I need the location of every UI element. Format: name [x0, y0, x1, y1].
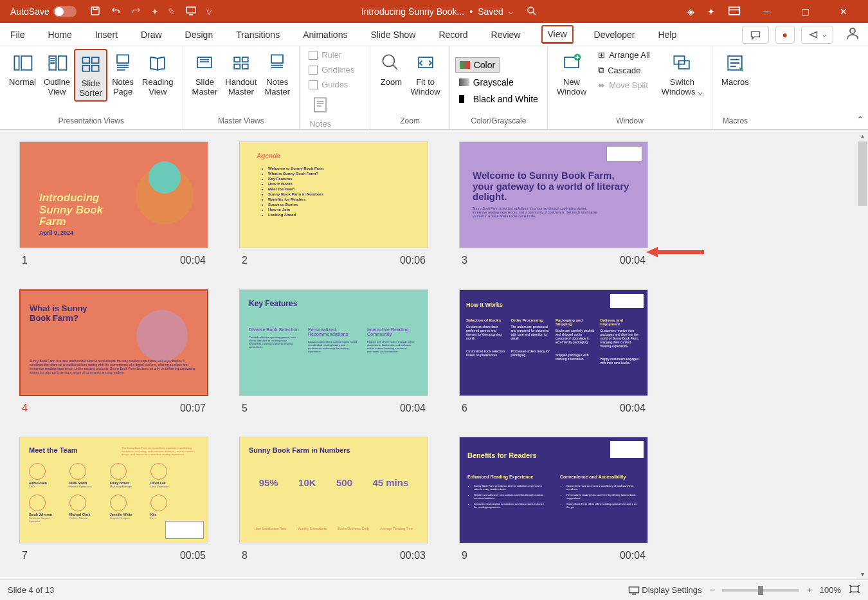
- svg-rect-19: [271, 55, 283, 63]
- zoom-level[interactable]: 100%: [820, 585, 841, 595]
- normal-view-button[interactable]: Normal: [5, 49, 40, 89]
- svg-rect-8: [58, 56, 66, 70]
- slide-thumbnail[interactable]: Introducing Sunny Book Farm April 9, 202…: [19, 141, 208, 270]
- slide-timing: 00:07: [180, 403, 206, 414]
- document-title[interactable]: Introducing Sunny Book...: [361, 6, 464, 17]
- undo-icon[interactable]: [110, 5, 122, 19]
- slide-thumbnail[interactable]: Key Features Diverse Book SelectionCurat…: [239, 289, 428, 418]
- diamond-icon[interactable]: ◈: [687, 6, 694, 17]
- scroll-down-icon[interactable]: ▾: [856, 568, 868, 579]
- macros-button[interactable]: Macros: [718, 49, 753, 89]
- tab-slideshow[interactable]: Slide Show: [368, 26, 418, 44]
- reading-view-button[interactable]: Reading View: [138, 49, 177, 99]
- tab-view[interactable]: View: [541, 25, 574, 44]
- slide-thumbnail[interactable]: Agenda Welcome to Sunny Book FarmWhat is…: [239, 141, 428, 270]
- slide-thumbnail[interactable]: Meet the Team The Sunny Book Farm team c…: [19, 437, 208, 565]
- redo-icon[interactable]: [131, 5, 142, 19]
- slide-thumbnail[interactable]: Sunny Book Farm in Numbers 95%10K50045 m…: [239, 437, 428, 565]
- fit-slide-button[interactable]: [849, 584, 860, 596]
- svg-rect-10: [92, 57, 99, 63]
- save-icon[interactable]: [89, 5, 101, 19]
- slide-counter[interactable]: Slide 4 of 13: [8, 585, 54, 595]
- tab-insert[interactable]: Insert: [93, 26, 120, 44]
- notes-page-button[interactable]: Notes Page: [107, 49, 138, 99]
- tab-design[interactable]: Design: [183, 26, 216, 44]
- pen-icon[interactable]: ✎: [168, 6, 176, 17]
- svg-rect-12: [92, 66, 99, 71]
- zoom-slider[interactable]: [722, 589, 799, 592]
- slide-thumbnail[interactable]: Welcome to Sunny Book Farm, your gateway…: [459, 141, 648, 270]
- fit-to-window-button[interactable]: Fit to Window: [406, 49, 444, 99]
- display-settings-button[interactable]: Display Settings: [628, 585, 702, 595]
- slide-number: 6: [462, 403, 467, 414]
- tab-help[interactable]: Help: [655, 26, 679, 44]
- tab-file[interactable]: File: [8, 26, 28, 44]
- window-layout-icon[interactable]: [728, 6, 741, 18]
- tab-transitions[interactable]: Transitions: [233, 26, 282, 44]
- slide-number: 3: [462, 255, 467, 266]
- slide-master-button[interactable]: Slide Master: [188, 49, 222, 99]
- slide-sorter-view[interactable]: Introducing Sunny Book Farm April 9, 202…: [0, 130, 868, 577]
- autosave-switch[interactable]: [53, 6, 77, 17]
- ruler-checkbox: Ruler: [305, 49, 345, 61]
- save-status[interactable]: Saved: [478, 6, 503, 17]
- zoom-in-button[interactable]: +: [807, 585, 812, 595]
- slide-number: 1: [22, 255, 28, 266]
- magic-icon[interactable]: ✦: [707, 6, 715, 17]
- slide-timing: 00:04: [620, 403, 646, 414]
- minimize-button[interactable]: ─: [754, 0, 779, 23]
- bw-mode-button[interactable]: Black and White: [455, 92, 542, 106]
- slide-timing: 00:04: [400, 403, 426, 414]
- record-button[interactable]: ●: [775, 26, 795, 44]
- tab-home[interactable]: Home: [46, 26, 75, 44]
- vertical-scrollbar[interactable]: ▴ ▾: [856, 130, 868, 579]
- svg-rect-5: [14, 56, 19, 70]
- slide-thumbnail[interactable]: What is Sunny Book Farm? Sunny Book Farm…: [19, 289, 208, 418]
- tab-review[interactable]: Review: [489, 26, 523, 44]
- svg-rect-1: [186, 7, 195, 13]
- slide-timing: 00:03: [400, 550, 426, 561]
- svg-rect-28: [629, 587, 638, 593]
- tab-developer[interactable]: Developer: [592, 26, 638, 44]
- svg-rect-17: [234, 64, 240, 69]
- comments-button[interactable]: [742, 26, 769, 44]
- slide-thumbnail[interactable]: Benefits for Readers Enhanced Reading Ex…: [459, 437, 648, 565]
- collapse-ribbon-icon[interactable]: ⌃: [856, 114, 864, 125]
- zoom-button[interactable]: Zoom: [375, 49, 406, 89]
- slide-number: 2: [242, 255, 248, 266]
- slide-sorter-button[interactable]: Slide Sorter: [74, 49, 107, 102]
- autosave-toggle[interactable]: AutoSave: [10, 6, 77, 17]
- present-icon[interactable]: [185, 5, 197, 19]
- gridlines-checkbox: Gridlines: [305, 64, 358, 76]
- svg-rect-16: [242, 57, 248, 62]
- qat-customize-icon[interactable]: ▽: [206, 8, 212, 16]
- cascade-button[interactable]: ⧉Cascade: [594, 64, 654, 77]
- tab-record[interactable]: Record: [436, 26, 470, 44]
- arrange-all-button[interactable]: ⊞Arrange All: [594, 49, 654, 61]
- color-mode-button[interactable]: Color: [455, 57, 500, 73]
- svg-rect-13: [117, 55, 129, 63]
- slide-number: 9: [462, 550, 467, 561]
- move-split-button: ⬌Move Split: [594, 79, 654, 91]
- outline-view-button[interactable]: Outline View: [40, 49, 74, 99]
- close-button[interactable]: ✕: [831, 0, 856, 23]
- search-icon[interactable]: [526, 5, 538, 19]
- grayscale-mode-button[interactable]: Grayscale: [455, 75, 518, 89]
- handout-master-button[interactable]: Handout Master: [221, 49, 260, 99]
- maximize-button[interactable]: ▢: [792, 0, 818, 23]
- account-icon[interactable]: [845, 26, 860, 43]
- share-button[interactable]: ⌵: [801, 26, 833, 44]
- scroll-up-icon[interactable]: ▴: [856, 130, 868, 141]
- notes-button[interactable]: Notes: [305, 91, 336, 131]
- slide-thumbnail[interactable]: How It Works Selection of BooksCustomers…: [459, 289, 648, 418]
- slide-number: 5: [242, 403, 248, 414]
- tab-draw[interactable]: Draw: [138, 26, 165, 44]
- svg-rect-6: [21, 56, 32, 70]
- svg-rect-18: [242, 64, 248, 69]
- notes-master-button[interactable]: Notes Master: [260, 49, 294, 99]
- touch-mode-icon[interactable]: ✦: [151, 6, 159, 17]
- switch-windows-button[interactable]: Switch Windows ⌵: [658, 49, 707, 99]
- zoom-out-button[interactable]: −: [710, 585, 715, 595]
- tab-animations[interactable]: Animations: [300, 26, 350, 44]
- new-window-button[interactable]: New Window: [553, 49, 590, 99]
